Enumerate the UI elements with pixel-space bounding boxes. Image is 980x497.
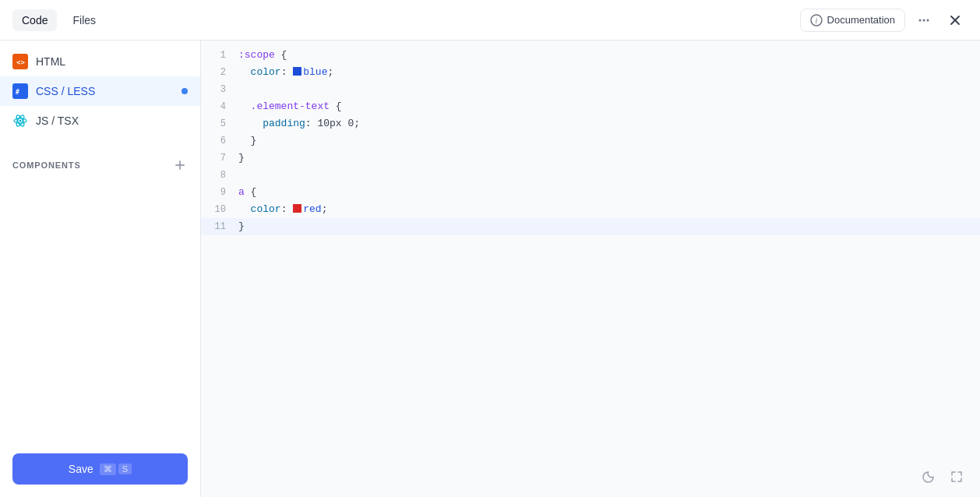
components-label: COMPONENTS (12, 160, 81, 170)
header: Code Files i Documentation (0, 0, 980, 41)
save-button[interactable]: Save ⌘ S (12, 453, 188, 485)
sidebar-item-js-label: JS / TSX (36, 115, 79, 127)
html-icon: <> (12, 54, 28, 69)
close-icon (949, 14, 961, 26)
tab-files[interactable]: Files (63, 9, 105, 31)
expand-button[interactable] (946, 466, 968, 488)
svg-point-12 (19, 120, 22, 122)
sidebar-item-css-label: CSS / LESS (36, 85, 95, 97)
save-cmd-key: ⌘ (100, 464, 116, 475)
header-actions: i Documentation (800, 8, 968, 33)
more-options-button[interactable] (911, 8, 936, 33)
code-line-6: 6 } (201, 132, 980, 150)
more-horizontal-icon (917, 13, 931, 27)
close-button[interactable] (943, 8, 968, 33)
code-line-9: 9 a { (201, 184, 980, 201)
dark-mode-button[interactable] (918, 466, 939, 488)
sidebar-footer: Save ⌘ S (0, 441, 200, 497)
svg-text:<>: <> (16, 58, 25, 66)
code-line-7: 7 } (201, 150, 980, 167)
css-icon: # (12, 83, 28, 99)
sidebar-item-js[interactable]: JS / TSX (0, 106, 200, 136)
documentation-button[interactable]: i Documentation (800, 9, 905, 32)
editor-footer (918, 466, 968, 488)
code-line-1: 1 :scope { (201, 47, 980, 64)
expand-icon (950, 470, 964, 484)
svg-text:#: # (16, 89, 19, 96)
components-section-header: COMPONENTS (0, 148, 200, 179)
moon-icon (922, 470, 936, 484)
plus-icon (174, 159, 186, 171)
documentation-label: Documentation (827, 14, 895, 26)
info-icon: i (810, 14, 823, 26)
sidebar-item-html-label: HTML (36, 55, 65, 68)
sidebar: <> HTML # CSS / LESS (0, 41, 201, 497)
save-label: Save (69, 463, 93, 475)
svg-point-3 (923, 19, 925, 21)
svg-point-2 (919, 19, 922, 21)
code-line-4: 4 .element-text { (201, 98, 980, 115)
code-editor[interactable]: 1 :scope { 2 color: blue; 3 4 .element-t… (201, 41, 980, 497)
active-dot (182, 88, 188, 94)
color-swatch-red (293, 204, 301, 213)
sidebar-item-html[interactable]: <> HTML (0, 47, 200, 76)
code-line-11: 11 } (201, 218, 980, 235)
code-content: 1 :scope { 2 color: blue; 3 4 .element-t… (201, 41, 980, 241)
code-line-3: 3 (201, 81, 980, 98)
code-line-8: 8 (201, 167, 980, 184)
sidebar-items: <> HTML # CSS / LESS (0, 41, 200, 142)
save-shortcut: ⌘ S (100, 464, 132, 475)
code-line-2: 2 color: blue; (201, 64, 980, 81)
code-line-10: 10 color: red; (201, 201, 980, 218)
code-line-5: 5 padding: 10px 0; (201, 115, 980, 132)
color-swatch-blue (293, 67, 301, 76)
add-component-button[interactable] (172, 157, 188, 173)
tab-code[interactable]: Code (12, 9, 57, 31)
save-s-key: S (118, 464, 132, 474)
react-icon (12, 113, 28, 129)
main-layout: <> HTML # CSS / LESS (0, 41, 980, 497)
sidebar-item-css[interactable]: # CSS / LESS (0, 76, 200, 106)
svg-point-4 (927, 19, 929, 21)
svg-text:i: i (815, 16, 817, 25)
